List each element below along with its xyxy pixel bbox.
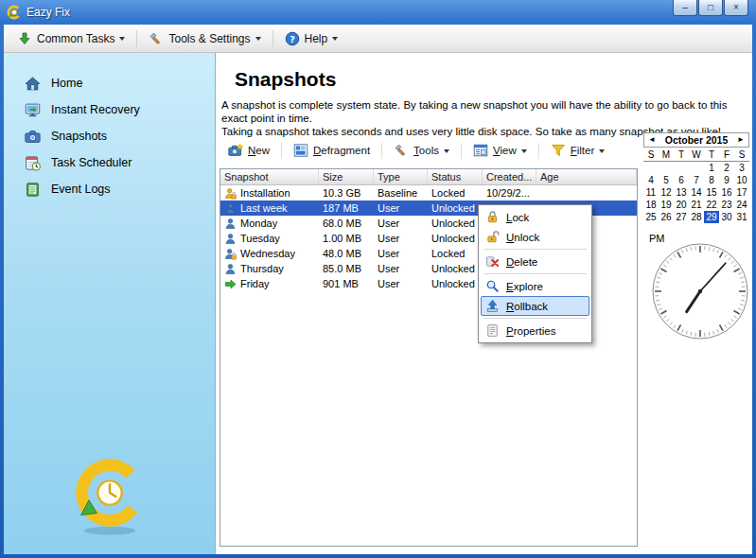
column-header-created[interactable]: Created...: [483, 169, 536, 184]
snapshot-size: 10.3 GB: [319, 187, 374, 199]
window-title: Eazy Fix: [26, 6, 70, 19]
context-menu-item-unlock[interactable]: Unlock: [481, 227, 589, 247]
view-icon: [473, 143, 488, 158]
calendar-day-header: S: [643, 149, 659, 160]
calendar-date[interactable]: 3: [734, 162, 749, 174]
context-menu-item-rollback[interactable]: Rollback: [481, 296, 589, 316]
tools-icon: [394, 143, 409, 158]
snapshot-baseline-icon: [224, 187, 237, 200]
snapshot-name: Tuesday: [240, 233, 280, 244]
calendar-date: [643, 162, 659, 174]
calendar-date[interactable]: 16: [719, 186, 734, 199]
calendar-date[interactable]: 31: [734, 211, 749, 223]
column-header-age[interactable]: Age: [536, 169, 637, 184]
context-menu-item-explore[interactable]: Explore: [481, 276, 589, 296]
sidebar-item-label: Event Logs: [51, 183, 111, 196]
new-snapshot-icon: [228, 143, 243, 158]
toolbar-separator: [538, 143, 539, 159]
context-menu-item-delete[interactable]: Delete: [481, 252, 589, 271]
calendar-date[interactable]: 8: [704, 174, 719, 186]
toolbar-tools-button[interactable]: Tools: [387, 140, 456, 161]
column-header-type[interactable]: Type: [374, 169, 428, 184]
sidebar-item-home[interactable]: Home: [4, 70, 215, 96]
calendar-date[interactable]: 22: [704, 199, 719, 211]
toolbar-separator: [381, 143, 382, 159]
minimize-button[interactable]: –: [673, 0, 697, 16]
analog-clock: [651, 242, 749, 340]
calendar-date[interactable]: 30: [719, 211, 734, 223]
sidebar-item-instant-recovery[interactable]: Instant Recovery: [4, 96, 215, 123]
snapshot-status: Locked: [428, 248, 483, 259]
snapshot-size: 68.0 MB: [319, 218, 374, 229]
chevron-down-icon: [444, 149, 449, 153]
context-menu-label: Lock: [506, 212, 529, 223]
context-menu: LockUnlockDeleteExploreRollbackPropertie…: [478, 204, 592, 343]
calendar-date[interactable]: 15: [704, 186, 719, 199]
calendar-date[interactable]: 27: [674, 211, 689, 223]
snapshot-current-icon: [224, 278, 237, 290]
description-line-1: A snapshot is complete system state. By …: [221, 98, 752, 125]
context-menu-item-lock[interactable]: Lock: [481, 207, 589, 227]
column-header-status[interactable]: Status: [428, 169, 483, 184]
calendar-date[interactable]: 21: [689, 199, 704, 211]
snapshot-type: User: [374, 263, 428, 274]
toolbar-filter-button[interactable]: Filter: [544, 140, 612, 161]
sidebar-item-snapshots[interactable]: Snapshots: [4, 123, 215, 149]
calendar-date[interactable]: 28: [689, 211, 704, 223]
calendar-date[interactable]: 23: [719, 199, 734, 211]
calendar-date-selected[interactable]: 29: [704, 211, 719, 223]
menu-help[interactable]: ?Help: [277, 27, 346, 50]
toolbar-label: Tools: [413, 145, 439, 156]
calendar-date[interactable]: 24: [734, 199, 749, 211]
calendar-date[interactable]: 11: [643, 186, 659, 199]
calendar-date[interactable]: 19: [659, 199, 674, 211]
menu-common-tasks[interactable]: Common Tasks: [9, 27, 132, 50]
calendar-date[interactable]: 5: [659, 174, 674, 186]
calendar-date[interactable]: 20: [674, 199, 689, 211]
menu-separator: [483, 249, 587, 250]
menu-label: Tools & Settings: [168, 32, 250, 45]
calendar-date[interactable]: 14: [689, 186, 704, 199]
home-icon: [25, 76, 41, 92]
close-button[interactable]: ×: [724, 0, 748, 16]
menubar: Common TasksTools & Settings?Help: [4, 25, 752, 53]
calendar-date[interactable]: 12: [659, 186, 674, 199]
table-row-installation[interactable]: Installation10.3 GBBaselineLocked10/29/2…: [220, 185, 637, 201]
next-month-button[interactable]: ►: [736, 135, 746, 145]
calendar-date[interactable]: 26: [659, 211, 674, 223]
context-menu-label: Delete: [506, 256, 537, 268]
snapshot-status: Unlocked: [428, 218, 483, 229]
sidebar-item-label: Instant Recovery: [51, 103, 140, 116]
menubar-separator: [273, 30, 273, 47]
menu-tools-settings[interactable]: Tools & Settings: [141, 27, 268, 50]
calendar-date: [659, 162, 674, 174]
calendar-date[interactable]: 25: [643, 211, 659, 223]
calendar-date[interactable]: 9: [719, 174, 734, 186]
common-tasks-icon: [17, 31, 32, 46]
toolbar-view-button[interactable]: View: [466, 140, 534, 161]
toolbar-new-button[interactable]: New: [221, 140, 276, 161]
right-arrow-icon: ►: [737, 135, 745, 144]
calendar-date[interactable]: 7: [689, 174, 704, 186]
calendar-date[interactable]: 10: [734, 174, 749, 186]
context-menu-item-properties[interactable]: Properties: [481, 321, 589, 340]
toolbar-label: View: [493, 145, 517, 156]
column-header-snapshot[interactable]: Snapshot: [220, 169, 319, 184]
calendar-date[interactable]: 17: [734, 186, 749, 199]
maximize-button[interactable]: □: [698, 0, 723, 16]
left-arrow-icon: ◄: [648, 135, 656, 144]
calendar-date[interactable]: 13: [674, 186, 689, 199]
toolbar-defragment-button[interactable]: Defragment: [287, 140, 377, 161]
column-header-size[interactable]: Size: [319, 169, 374, 184]
sidebar-item-task-scheduler[interactable]: Task Scheduler: [4, 149, 215, 176]
context-menu-label: Rollback: [506, 301, 548, 312]
calendar-date: [674, 162, 689, 174]
calendar-date[interactable]: 1: [704, 162, 719, 174]
calendar-date[interactable]: 18: [643, 199, 659, 211]
calendar-date[interactable]: 6: [674, 174, 689, 186]
calendar-date[interactable]: 4: [643, 174, 659, 186]
calendar-date[interactable]: 2: [719, 162, 734, 174]
sidebar-item-event-logs[interactable]: Event Logs: [4, 176, 215, 202]
snapshot-toolbar: NewDefragmentToolsViewFilter: [221, 140, 611, 161]
prev-month-button[interactable]: ◄: [647, 135, 657, 145]
